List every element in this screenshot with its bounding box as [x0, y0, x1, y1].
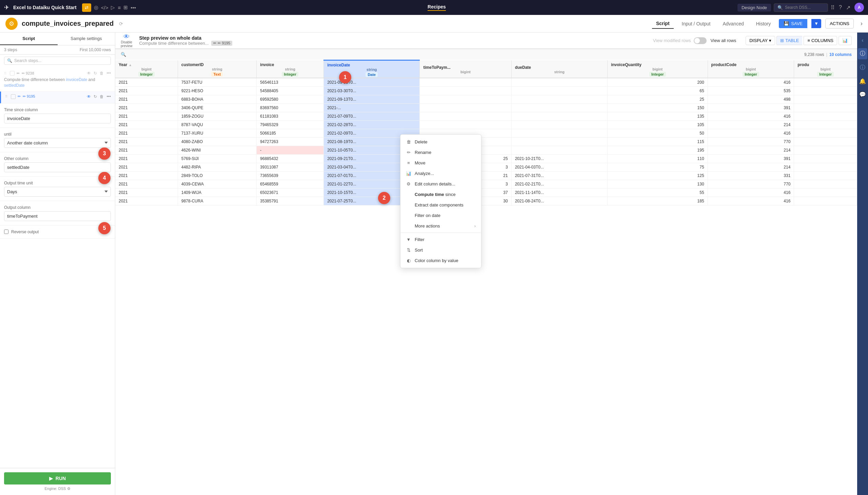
col-header-timetopayment[interactable]: timeToPaym... bigint: [420, 61, 511, 78]
actions-button[interactable]: ACTIONS: [825, 19, 854, 29]
reverse-output-label[interactable]: Reverse output: [4, 229, 111, 234]
col-header-duedate[interactable]: dueDate string: [511, 61, 607, 78]
search-steps-container[interactable]: 🔍 Search steps...: [4, 57, 111, 65]
sidebar-chat-icon[interactable]: 💬: [857, 89, 868, 100]
col-header-productcode[interactable]: productCode bigint Integer: [708, 61, 794, 78]
delete-icon-2[interactable]: 🗑: [100, 94, 104, 99]
recipes-label[interactable]: Recipes: [428, 4, 446, 11]
save-dropdown-button[interactable]: ▼: [811, 19, 821, 28]
sidebar-collapse-icon[interactable]: ‹: [860, 35, 865, 46]
col-header-produ[interactable]: produ bigint Integer: [794, 61, 857, 78]
cell: 4482-RIPA: [178, 163, 256, 172]
reverse-output-checkbox[interactable]: [4, 229, 8, 234]
more-icon[interactable]: •••: [131, 5, 136, 11]
tab-script[interactable]: Script: [652, 19, 674, 29]
share-icon[interactable]: ⇄: [82, 3, 91, 12]
col-header-invoicequantity[interactable]: invoiceQuantity bigint Integer: [607, 61, 708, 78]
refresh-icon[interactable]: ↻: [93, 71, 97, 75]
cell: [794, 104, 857, 112]
tab-script-left[interactable]: Script: [0, 33, 58, 45]
sidebar-bell-icon[interactable]: 🔔: [857, 76, 868, 86]
play-icon[interactable]: ▷: [111, 4, 115, 11]
recipe-icon-symbol: ⚙: [9, 20, 14, 28]
search-placeholder: Search DSS...: [785, 5, 811, 10]
more-icon[interactable]: •••: [106, 71, 111, 75]
sort-icon-menu: ⇅: [406, 248, 411, 253]
menu-item-more-actions[interactable]: More actions ›: [401, 221, 481, 231]
cell: 54588405: [257, 87, 324, 95]
disable-preview-button[interactable]: 👁 Disablepreview: [121, 33, 132, 48]
context-menu[interactable]: 🗑 Delete ✏ Rename ≡ Move 📊 Analyze... ⚙: [400, 134, 481, 268]
run-button[interactable]: ▶ RUN: [4, 472, 111, 484]
col-header-year[interactable]: Year ▲ bigint Integer: [115, 61, 178, 78]
code-icon[interactable]: </>: [101, 5, 108, 11]
menu-item-filter-date[interactable]: Filter on date: [401, 210, 481, 221]
time-since-input[interactable]: [4, 114, 111, 123]
output-column-input[interactable]: [4, 211, 111, 221]
menu-item-color-column[interactable]: ◐ Color column by value: [401, 255, 481, 266]
col-header-invoice[interactable]: invoice string Integer: [257, 61, 324, 78]
drag-handle[interactable]: ⠿: [4, 71, 6, 75]
save-button[interactable]: 💾 SAVE: [779, 19, 807, 28]
table-row: 2021 5769-SIJI 96885432 2021-09-21T0... …: [115, 155, 857, 163]
cell: 391: [708, 104, 794, 112]
menu-item-rename[interactable]: ✏ Rename: [401, 147, 481, 158]
sidebar-info-icon-2[interactable]: ⓘ: [858, 62, 867, 73]
delete-icon[interactable]: 🗑: [100, 71, 104, 75]
menu-item-filter[interactable]: ▼ Filter: [401, 234, 481, 245]
tab-sample-settings[interactable]: Sample settings: [58, 33, 115, 45]
sidebar-info-icon[interactable]: ⓘ: [858, 48, 867, 59]
toggle-switch[interactable]: [694, 37, 707, 44]
design-node-badge[interactable]: Design Node: [737, 4, 771, 12]
eye-icon-2[interactable]: 👁: [87, 94, 91, 99]
step-item-2[interactable]: ⠿ ✏ ✏ 9195 👁 ↻ 🗑 •••: [0, 91, 115, 103]
step-2-checkbox[interactable]: [11, 94, 16, 99]
menu-item-extract-date[interactable]: Extract date components: [401, 200, 481, 210]
table-view-button[interactable]: ⊞ TABLE: [777, 36, 802, 45]
menu-item-delete[interactable]: 🗑 Delete: [401, 137, 481, 147]
eye-icon[interactable]: 👁: [87, 71, 91, 75]
menu-item-analyze[interactable]: 📊 Analyze...: [401, 168, 481, 179]
col-header-customerid[interactable]: customerID string Text: [178, 61, 256, 78]
target-icon[interactable]: ◎: [94, 4, 98, 11]
chart-view-button[interactable]: 📊: [838, 36, 852, 45]
external-link-icon[interactable]: ↗: [846, 4, 850, 11]
user-avatar[interactable]: A: [854, 3, 864, 12]
tab-input-output[interactable]: Input / Output: [678, 19, 715, 29]
cell: 2021: [115, 138, 178, 146]
view-modified-toggle[interactable]: View modified rows View all rows: [653, 37, 736, 44]
menu-item-edit-details[interactable]: ⚙ Edit column details...: [401, 179, 481, 189]
grid-apps-icon[interactable]: ⠿: [831, 4, 835, 11]
pencil-badge: ✏: [213, 41, 216, 46]
menu-item-move[interactable]: ≡ Move: [401, 158, 481, 168]
until-select[interactable]: Another date column: [4, 138, 111, 148]
output-unit-select[interactable]: Days: [4, 187, 111, 197]
toolbar: 👁 Disablepreview Step preview on whole d…: [115, 33, 857, 49]
project-title[interactable]: Excel to Dataiku Quick Start: [13, 5, 76, 10]
panel-sub-header: 3 steps First 10,000 rows: [0, 46, 115, 55]
grid-icon[interactable]: ⊞: [123, 4, 128, 11]
search-icon-table[interactable]: 🔍: [121, 52, 126, 57]
step-item-1[interactable]: ⠿ ✏ ✏ 9238 👁 ↻ 🗑 ••• Compute time differ…: [0, 68, 115, 91]
search-box[interactable]: 🔍 Search DSS...: [774, 3, 828, 12]
tab-advanced[interactable]: Advanced: [718, 19, 748, 29]
collapse-button[interactable]: ›: [861, 20, 863, 27]
menu-item-sort[interactable]: ⇅ Sort: [401, 245, 481, 255]
cell: [794, 87, 857, 95]
other-column-input[interactable]: [4, 163, 111, 172]
list-icon[interactable]: ≡: [118, 5, 121, 11]
tab-history[interactable]: History: [752, 19, 775, 29]
table-row: 2021 4080-ZABO 94727263 2021-08-19T0... …: [115, 138, 857, 146]
recipe-icon: ⚙: [5, 18, 18, 30]
step-1-checkbox[interactable]: [10, 71, 15, 75]
columns-view-button[interactable]: ≡ COLUMNS: [804, 36, 837, 45]
col-header-invoicedate[interactable]: invoiceDate string Date: [324, 61, 420, 78]
help-icon[interactable]: ?: [839, 4, 842, 11]
display-button[interactable]: DISPLAY ▾: [746, 36, 775, 45]
drag-handle-2[interactable]: ⠿: [5, 95, 7, 98]
more-icon-2[interactable]: •••: [106, 94, 111, 99]
sync-icon[interactable]: ⟳: [119, 21, 123, 27]
refresh-icon-2[interactable]: ↻: [93, 94, 97, 99]
menu-item-compute-time[interactable]: Compute time since: [401, 189, 481, 200]
steps-count-label: 3 steps: [4, 48, 17, 52]
